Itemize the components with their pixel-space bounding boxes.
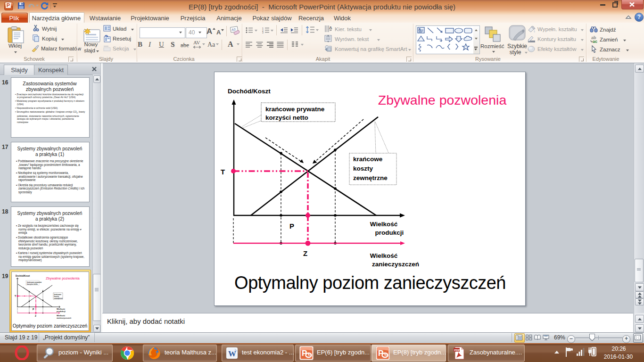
svg-text:Optymalny poziom zanieczyszcze: Optymalny poziom zanieczyszczeń [13,323,88,329]
svg-text:PDF: PDF [454,349,460,352]
svg-text:Dochód/Koszt: Dochód/Koszt [228,88,271,95]
svg-text:Dochód/Koszt: Dochód/Koszt [16,275,30,277]
svg-text:T: T [15,295,16,297]
svg-text:Z: Z [303,249,307,257]
svg-text:zanieczyszczeń: zanieczyszczeń [57,317,71,319]
svg-text:T: T [221,168,225,176]
svg-text:korzyści netto: korzyści netto [27,283,38,285]
svg-text:Z: Z [35,314,36,317]
svg-text:krańcowe: krańcowe [353,156,383,163]
svg-text:3: 3 [262,31,264,33]
svg-text:Zbywalne pozwolenia: Zbywalne pozwolenia [378,92,507,107]
svg-text:koszty: koszty [353,165,373,172]
svg-text:Wielkość: Wielkość [370,221,398,228]
svg-text:zewnętrzne: zewnętrzne [54,297,63,299]
svg-text:zanieczyszczeń: zanieczyszczeń [372,261,419,268]
svg-text:korzyści netto: korzyści netto [265,114,308,121]
svg-text:Optymalny poziom zanieczyszcze: Optymalny poziom zanieczyszczeń [234,273,506,293]
svg-text:A: A [419,28,421,31]
svg-text:A3: A3 [231,28,236,32]
svg-text:zewnętrzne: zewnętrzne [353,174,388,181]
svg-text:produkcji: produkcji [375,229,404,236]
svg-text:Wielkość: Wielkość [370,252,398,259]
svg-text:P: P [33,308,34,311]
svg-text:produkcji: produkcji [57,310,66,313]
svg-text:P: P [289,222,294,230]
svg-text:krańcowe prywatne: krańcowe prywatne [265,106,325,113]
svg-text:Zbywalne pozwolenia: Zbywalne pozwolenia [46,276,80,280]
svg-text:ac: ac [593,39,597,43]
